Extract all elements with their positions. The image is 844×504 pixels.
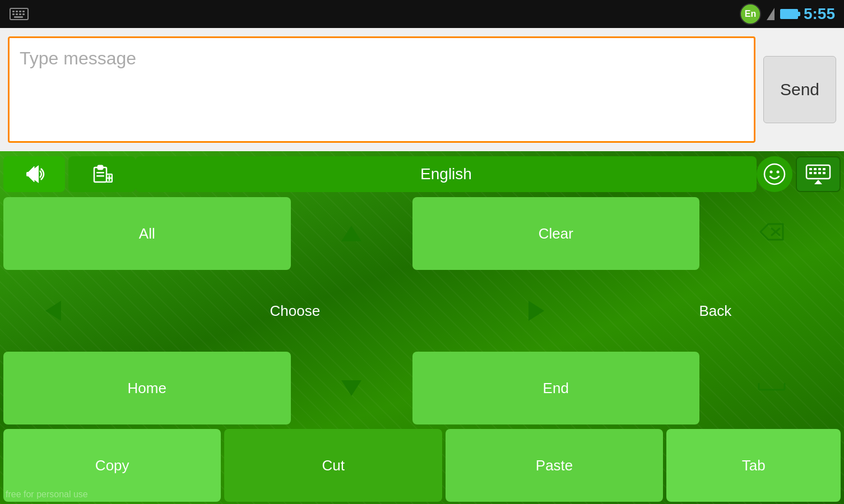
keyboard-area: English bbox=[0, 151, 844, 504]
choose-button[interactable]: Choose bbox=[107, 274, 483, 347]
backspace-icon bbox=[758, 222, 785, 246]
status-left bbox=[9, 7, 29, 21]
svg-rect-30 bbox=[818, 172, 821, 174]
svg-rect-28 bbox=[809, 172, 812, 174]
key-row-3: Home End bbox=[0, 349, 844, 427]
clear-button[interactable]: Clear bbox=[412, 197, 700, 270]
svg-point-22 bbox=[777, 171, 780, 174]
svg-rect-12 bbox=[26, 172, 34, 176]
svg-point-21 bbox=[770, 171, 773, 174]
status-bar: En 5:55 bbox=[0, 0, 844, 28]
right-arrow-icon bbox=[528, 301, 544, 321]
home-button[interactable]: Home bbox=[3, 352, 291, 424]
signal-icon bbox=[767, 8, 775, 20]
status-right: En 5:55 bbox=[740, 3, 835, 25]
key-row-4: Copy Cut Paste Tab bbox=[0, 427, 844, 504]
svg-rect-9 bbox=[14, 16, 23, 18]
svg-rect-1 bbox=[12, 11, 15, 12]
up-arrow-button[interactable] bbox=[294, 197, 409, 270]
svg-marker-32 bbox=[814, 180, 822, 184]
left-arrow-button[interactable] bbox=[3, 274, 104, 347]
all-button[interactable]: All bbox=[3, 197, 291, 270]
svg-rect-16 bbox=[96, 175, 104, 177]
message-input[interactable]: Type message bbox=[8, 36, 755, 143]
watermark: free for personal use bbox=[6, 489, 88, 500]
end-button[interactable]: End bbox=[412, 352, 700, 424]
svg-rect-14 bbox=[98, 165, 103, 170]
backspace-button[interactable] bbox=[703, 197, 841, 270]
right-arrow-button[interactable] bbox=[486, 274, 587, 347]
svg-rect-7 bbox=[19, 13, 21, 15]
toolbar-row: English bbox=[0, 151, 844, 195]
svg-rect-3 bbox=[19, 11, 21, 12]
svg-rect-5 bbox=[12, 13, 15, 15]
tab-button[interactable]: Tab bbox=[666, 429, 841, 502]
up-arrow-icon bbox=[341, 226, 361, 241]
send-button[interactable]: Send bbox=[763, 56, 836, 123]
cut-button[interactable]: Cut bbox=[224, 429, 442, 502]
hide-keyboard-button[interactable] bbox=[796, 156, 841, 192]
key-row-1: All Clear bbox=[0, 195, 844, 272]
language-badge: En bbox=[740, 3, 761, 25]
down-arrow-button[interactable] bbox=[294, 352, 409, 424]
svg-rect-8 bbox=[22, 13, 25, 15]
space-button[interactable] bbox=[703, 352, 841, 424]
emoji-button[interactable] bbox=[757, 156, 792, 192]
keyboard-inner: English bbox=[0, 151, 844, 504]
left-arrow-icon bbox=[45, 301, 61, 321]
svg-rect-6 bbox=[16, 13, 18, 15]
clipboard-button[interactable] bbox=[68, 156, 136, 192]
svg-rect-29 bbox=[814, 172, 817, 174]
language-button[interactable]: English bbox=[136, 156, 757, 192]
space-icon bbox=[757, 379, 787, 398]
message-placeholder: Type message bbox=[20, 48, 136, 69]
back-arrow-button[interactable] bbox=[3, 156, 65, 192]
svg-rect-24 bbox=[809, 168, 812, 170]
paste-button[interactable]: Paste bbox=[446, 429, 663, 502]
keyboard-status-icon bbox=[9, 7, 29, 21]
svg-rect-27 bbox=[823, 168, 826, 170]
svg-rect-31 bbox=[823, 172, 826, 174]
svg-rect-2 bbox=[16, 11, 18, 12]
back-key-button[interactable]: Back bbox=[590, 274, 841, 347]
svg-point-20 bbox=[764, 164, 785, 184]
message-area: Type message Send bbox=[0, 28, 844, 151]
svg-rect-15 bbox=[96, 172, 104, 174]
battery-icon bbox=[780, 9, 798, 19]
key-row-2: Choose Back bbox=[0, 272, 844, 349]
down-arrow-icon bbox=[341, 380, 361, 396]
svg-rect-25 bbox=[814, 168, 817, 170]
svg-marker-11 bbox=[34, 165, 39, 183]
svg-rect-4 bbox=[22, 11, 25, 12]
svg-rect-26 bbox=[818, 168, 821, 170]
time-display: 5:55 bbox=[804, 5, 835, 23]
